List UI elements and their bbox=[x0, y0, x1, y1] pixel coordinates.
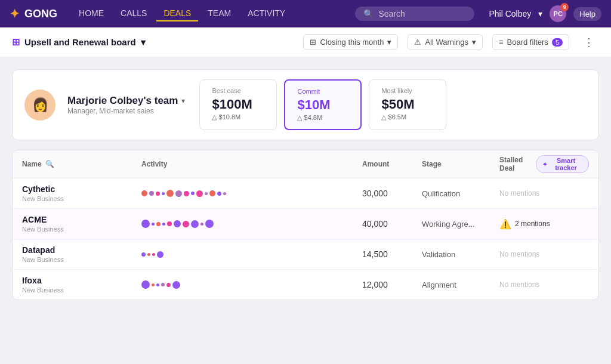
activity-dot bbox=[172, 281, 180, 289]
activity-dot bbox=[141, 252, 146, 257]
activity-dot bbox=[205, 192, 208, 195]
calendar-icon: ⊞ bbox=[310, 38, 316, 47]
help-button[interactable]: Help bbox=[573, 7, 601, 21]
no-mentions: No mentions bbox=[499, 250, 539, 258]
table-row[interactable]: IfoxaNew Business12,000AlignmentNo menti… bbox=[13, 270, 598, 300]
activity-dot bbox=[175, 190, 182, 197]
deal-name-cell: ACMENew Business bbox=[22, 215, 141, 233]
board-title[interactable]: ⊞ Upsell and Renewal board ▾ bbox=[12, 36, 146, 48]
nav-deals[interactable]: DEALS bbox=[156, 6, 198, 21]
activity-dot bbox=[149, 191, 154, 196]
th-stalled-label: Stalled Deal bbox=[499, 156, 532, 172]
team-dropdown-icon[interactable]: ▾ bbox=[181, 97, 185, 105]
deal-amount: 40,000 bbox=[362, 219, 422, 229]
team-role: Manager, Mid-market sales bbox=[67, 107, 185, 115]
deal-name: Ifoxa bbox=[22, 276, 141, 285]
user-chevron-icon[interactable]: ▾ bbox=[538, 9, 542, 18]
forecast-commit[interactable]: Commit $10M △ $4.8M bbox=[284, 79, 362, 130]
forecast-most-likely-delta: △ $6.5M bbox=[381, 113, 434, 121]
table-row[interactable]: ACMENew Business40,000Working Agre...⚠️2… bbox=[13, 209, 598, 239]
stalled-cell: ⚠️2 mentions bbox=[499, 218, 589, 230]
deal-amount: 30,000 bbox=[362, 189, 422, 198]
deal-type: New Business bbox=[22, 286, 141, 294]
deal-name: Datapad bbox=[22, 245, 141, 255]
activity-dot bbox=[147, 253, 150, 256]
th-stalled: Stalled Deal Smart tracker bbox=[499, 155, 589, 173]
forecast-commit-value: $10M bbox=[297, 97, 348, 113]
deal-amount: 14,500 bbox=[362, 249, 422, 259]
deal-type: New Business bbox=[22, 256, 141, 263]
th-search-icon[interactable]: 🔍 bbox=[45, 160, 54, 168]
activity-dot bbox=[161, 283, 165, 286]
activity-dot bbox=[152, 223, 155, 226]
activity-dot bbox=[162, 192, 165, 195]
nav-right: Phil Colbey ▾ PC 9 Help bbox=[489, 5, 601, 22]
th-amount: Amount bbox=[362, 160, 422, 168]
activity-dot bbox=[162, 223, 165, 226]
deal-stage: Validation bbox=[422, 250, 499, 259]
deal-stage: Alignment bbox=[422, 280, 499, 289]
th-name-label: Name bbox=[22, 160, 42, 168]
deal-stage: Qulification bbox=[422, 189, 499, 198]
activity-dot bbox=[209, 190, 215, 196]
date-filter-label: Closing this month bbox=[320, 38, 384, 47]
forecast-commit-delta: △ $4.8M bbox=[297, 114, 348, 122]
nav-home[interactable]: HOME bbox=[72, 6, 111, 21]
board-title-text: Upsell and Renewal board bbox=[24, 37, 136, 47]
team-name: Marjorie Colbey's team bbox=[67, 95, 178, 107]
activity-dot bbox=[141, 280, 150, 289]
stalled-cell: No mentions bbox=[499, 280, 589, 289]
nav-calls[interactable]: CALLS bbox=[113, 6, 154, 21]
nav-team[interactable]: TEAM bbox=[200, 6, 238, 21]
th-stage: Stage bbox=[422, 160, 499, 168]
forecast-most-likely-label: Most likely bbox=[381, 87, 434, 94]
activity-dot bbox=[184, 191, 189, 196]
deal-type: New Business bbox=[22, 226, 141, 233]
avatar-initials: PC bbox=[554, 10, 563, 17]
forecast-best-case[interactable]: Best case $100M △ $10.8M bbox=[199, 79, 277, 130]
team-info: Marjorie Colbey's team ▾ Manager, Mid-ma… bbox=[67, 95, 185, 115]
date-filter[interactable]: ⊞ Closing this month ▾ bbox=[303, 34, 398, 50]
team-header: 👩 Marjorie Colbey's team ▾ Manager, Mid-… bbox=[24, 90, 185, 121]
filter-icon: ≡ bbox=[499, 38, 504, 47]
toolbar: ⊞ Upsell and Renewal board ▾ ⊞ Closing t… bbox=[0, 27, 611, 57]
table-row[interactable]: DatapadNew Business14,500ValidationNo me… bbox=[13, 239, 598, 270]
activity-cell bbox=[141, 220, 362, 228]
warnings-filter[interactable]: ⚠ All Warnings ▾ bbox=[408, 34, 482, 50]
table-body: CytheticNew Business30,000QulificationNo… bbox=[13, 178, 598, 300]
filter-count-badge: 5 bbox=[552, 38, 563, 47]
deal-name-cell: CytheticNew Business bbox=[22, 184, 141, 202]
forecast-most-likely[interactable]: Most likely $50M △ $6.5M bbox=[369, 79, 446, 130]
search-input[interactable] bbox=[378, 9, 462, 18]
activity-dot bbox=[156, 222, 161, 226]
team-avatar: 👩 bbox=[24, 90, 55, 121]
activity-dot bbox=[141, 220, 150, 228]
activity-dot bbox=[167, 221, 172, 226]
board-title-chevron: ▾ bbox=[141, 37, 146, 48]
table-row[interactable]: CytheticNew Business30,000QulificationNo… bbox=[13, 178, 598, 209]
forecast-cards: Best case $100M △ $10.8M Commit $10M △ $… bbox=[199, 79, 453, 130]
board-icon: ⊞ bbox=[12, 36, 20, 48]
activity-dot bbox=[156, 283, 159, 286]
activity-dot bbox=[191, 192, 195, 195]
deal-name-cell: IfoxaNew Business bbox=[22, 276, 141, 294]
forecast-best-case-value: $100M bbox=[212, 97, 264, 112]
activity-dot bbox=[205, 220, 214, 228]
activity-dot bbox=[183, 221, 189, 227]
activity-dot bbox=[174, 220, 181, 227]
board-filters[interactable]: ≡ Board filters 5 bbox=[492, 34, 569, 50]
activity-dot bbox=[217, 192, 221, 196]
more-options-icon[interactable]: ⋮ bbox=[579, 33, 599, 51]
warning-filter-icon: ⚠ bbox=[414, 38, 421, 47]
activity-dot bbox=[152, 283, 155, 286]
activity-cell bbox=[141, 190, 362, 197]
deal-amount: 12,000 bbox=[362, 280, 422, 289]
avatar-emoji: 👩 bbox=[32, 97, 48, 113]
nav-activity[interactable]: ACTIVITY bbox=[240, 6, 292, 21]
activity-dot bbox=[223, 192, 226, 195]
smart-tracker-button[interactable]: Smart tracker bbox=[536, 155, 589, 173]
notification-badge: 9 bbox=[560, 3, 569, 11]
forecast-most-likely-value: $50M bbox=[381, 97, 434, 112]
forecast-commit-label: Commit bbox=[297, 88, 348, 95]
search-bar[interactable]: 🔍 bbox=[355, 7, 474, 21]
